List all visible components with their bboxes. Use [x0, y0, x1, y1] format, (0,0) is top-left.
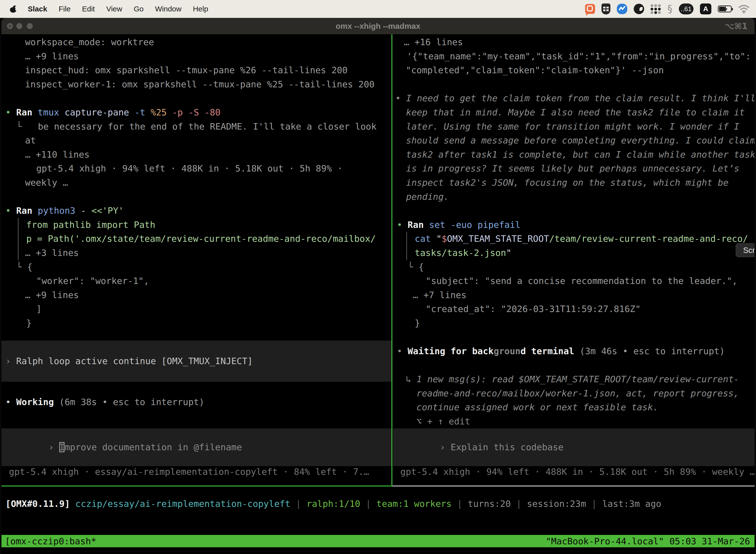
moon-circle-icon[interactable]: [634, 3, 644, 14]
tool-output-connector-line: [406, 232, 407, 260]
right-terminal-lines: … +16 lines'{"team_name":"my-team","task…: [393, 35, 755, 429]
token: weekly …: [25, 177, 68, 188]
pane-divider[interactable]: [391, 34, 392, 486]
terminal-line: inspect_worker-1: omx sparkshell --tmux-…: [1, 77, 391, 92]
tool-output-connector-line: [18, 218, 19, 260]
token: |: [360, 499, 377, 509]
tmux-session-name[interactable]: [omx-cczip0:bash*: [1, 536, 96, 546]
token: └: [16, 121, 38, 131]
privacy-shield-icon[interactable]: [602, 3, 611, 14]
token: "worker": "worker-1",: [36, 276, 149, 286]
token: '{"team_name":"my-team","task_id":"1","f…: [407, 51, 751, 61]
menu-item-window[interactable]: Window: [155, 5, 182, 13]
token: tmux: [38, 107, 64, 117]
token: |: [586, 499, 602, 509]
token: Waiting for back: [407, 346, 494, 356]
messages-icon[interactable]: [585, 3, 595, 14]
terminal-line: tasks/task-2.json": [393, 246, 755, 260]
left-terminal-lines: workspace_mode: worktree… +9 linesinspec…: [1, 35, 391, 330]
token: tasks/task-2.json: [415, 248, 506, 258]
token: at: [25, 135, 36, 146]
token: task2 after task1 is complete, but can I…: [406, 150, 755, 160]
token: keep that in mind. Maybe I also need the…: [406, 107, 745, 117]
token: •: [5, 107, 16, 117]
prompt-input-right[interactable]: › Explain this codebase: [393, 428, 755, 466]
terminal-line: [1, 190, 391, 204]
terminal-window: omx --xhigh --madmax ⌥⌘1 workspace_mode:…: [1, 18, 755, 554]
token: workspace_mode: worktree: [25, 37, 154, 47]
apple-menu-icon[interactable]: [10, 5, 16, 13]
token: OMX_TEAM_STATE_ROOT: [447, 233, 549, 244]
token: inspect task2's JSON, focusing on the st…: [406, 177, 729, 188]
squiggle-icon[interactable]: §: [668, 3, 673, 14]
token: python3: [38, 206, 81, 216]
token: (3m 46s • esc to interrupt): [580, 346, 725, 356]
omx-session-status-line: [OMX#0.11.9] cczip/essay/ai-reimplementa…: [1, 497, 755, 511]
sync-badge-icon[interactable]: [617, 3, 627, 14]
terminal-line: └ {: [1, 260, 391, 274]
wifi-icon[interactable]: [738, 3, 750, 14]
menu-item-go[interactable]: Go: [134, 5, 144, 13]
token: -S: [188, 107, 204, 117]
token: [574, 346, 580, 356]
tmux-pane-left: workspace_mode: worktree… +9 linesinspec…: [1, 18, 391, 554]
terminal-line: └ be necessary for the end of the README…: [1, 120, 391, 134]
prompt-placeholder: Explain this codebase: [451, 442, 564, 452]
token: •: [397, 346, 407, 356]
token: {: [419, 262, 424, 272]
queued-message-box[interactable]: › Ralph loop active continue [OMX_TMUX_I…: [1, 340, 391, 382]
menu-item-help[interactable]: Help: [193, 5, 208, 13]
prompt-input-left[interactable]: › Improve documentation in @filename: [1, 428, 391, 466]
token: ↳: [406, 374, 417, 384]
terminal-line: [393, 77, 755, 92]
menu-app-name[interactable]: Slack: [28, 5, 47, 13]
token: be necessary for the end of the README. …: [38, 121, 377, 131]
token: •: [5, 206, 16, 216]
terminal-line: "completed","claim_token":"claim-token"}…: [393, 63, 755, 77]
token: ": [506, 248, 511, 258]
token: turns:20: [468, 499, 511, 509]
menu-bar: Slack File Edit View Go Window Help: [0, 0, 756, 18]
terminal-line: └ {: [393, 260, 755, 274]
keyboard-layout-icon[interactable]: A: [700, 3, 711, 14]
prompt-chevron: ›: [48, 442, 59, 452]
terminal-line: continue assigned work or next feasible …: [393, 400, 755, 414]
terminal-line: • I need to get the claim token from the…: [393, 91, 755, 106]
count-badge-icon[interactable]: ..61: [679, 3, 693, 14]
token: $: [441, 233, 447, 244]
token: ›: [5, 356, 16, 366]
menu-item-edit[interactable]: Edit: [82, 5, 95, 13]
terminal-line: cat "$OMX_TEAM_STATE_ROOT/team/review-cu…: [393, 232, 755, 246]
token: "subject": "send a concise recommendatio…: [426, 276, 737, 286]
dots-grid-icon[interactable]: [650, 3, 661, 14]
token: ⌥ + ↑ edit: [417, 416, 470, 427]
token: }: [415, 318, 420, 328]
token: |: [511, 499, 527, 509]
terminal-line: inspect_hud: omx sparkshell --tmux-pane …: [1, 63, 391, 77]
battery-icon[interactable]: [718, 3, 732, 14]
terminal-line: p = Path('.omx/state/team/review-current…: [1, 232, 391, 246]
terminal-line: [393, 358, 755, 373]
token: Ran: [16, 107, 38, 117]
token: [OMX#0.11.9]: [5, 499, 75, 509]
menu-item-file[interactable]: File: [59, 5, 70, 13]
terminal-line: • Ran set -euo pipefail: [393, 218, 755, 232]
token: groun: [494, 346, 520, 356]
token: └: [16, 262, 27, 272]
token: └: [408, 262, 419, 272]
right-model-status-line: gpt-5.4 xhigh · 94% left · 488K in · 5.1…: [393, 465, 755, 479]
token: cat: [415, 233, 436, 244]
prompt-input-right-text: › Explain this codebase: [393, 426, 564, 468]
token: |: [291, 499, 307, 509]
token: from pathlib import Path: [26, 220, 155, 230]
terminal-line: [1, 91, 391, 106]
menu-item-view[interactable]: View: [106, 5, 122, 13]
token: Ran: [16, 206, 38, 216]
token: inspect_worker-1: omx sparkshell --tmux-…: [25, 79, 375, 89]
token: |: [452, 499, 468, 509]
token: team:1 workers: [377, 499, 452, 509]
terminal-line: from pathlib import Path: [1, 218, 391, 232]
terminal-line: "worker": "worker-1",: [1, 274, 391, 288]
terminal-line: inspect task2's JSON, focusing on the st…: [393, 176, 755, 190]
token: ralph:1/10: [307, 499, 360, 509]
